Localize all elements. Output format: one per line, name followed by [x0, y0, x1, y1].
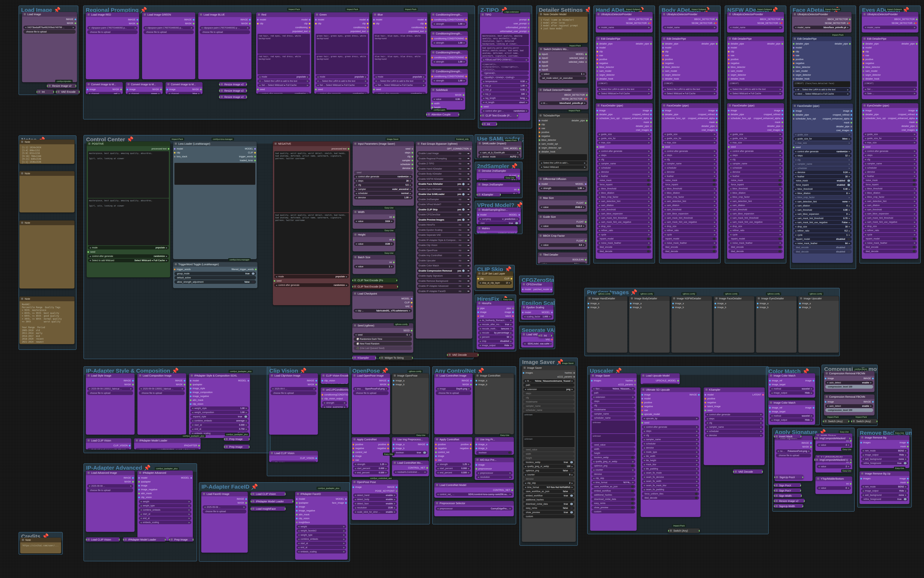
port-dot[interactable]: [588, 307, 589, 308]
node-vae-decode[interactable]: VAE Decode: [733, 469, 763, 474]
widget-clipspace-paint-1765703469392-p[interactable]: ◀clipspace-paint-1765703469392.p ...▶: [200, 26, 250, 30]
port-dot[interactable]: [793, 67, 794, 68]
node-red[interactable]: Redmodelmodelclipclipconditioningpopulat…: [256, 12, 311, 94]
port-dot[interactable]: [793, 47, 794, 49]
widget-value[interactable]: ◀value4▶: [817, 443, 851, 447]
port-dot[interactable]: [757, 303, 758, 304]
bypass-toggle-enable-regional-prompting[interactable]: Enable Regional Promptingno➡: [417, 156, 471, 161]
widget-scheduler[interactable]: ◀scheduler▶: [728, 166, 783, 170]
port-dot[interactable]: [309, 27, 310, 28]
widget-model-name[interactable]: ◀model_name▶: [597, 26, 651, 29]
widget-sam-bbox-expansion[interactable]: ◀sam_bbox_expansion0▶: [793, 212, 852, 216]
port-dot[interactable]: [393, 384, 395, 385]
widget-force-uniform-tiles[interactable]: force_uniform_tiles: [642, 492, 699, 496]
port-dot[interactable]: [634, 384, 636, 385]
port-dot[interactable]: [465, 76, 467, 77]
text-area[interactable]: blue hair, blue eyes, blue dress, white …: [373, 54, 426, 75]
node-compression-removal-fbcnn[interactable]: Compression Removal FBCNNimageIMAGE◀auto…: [824, 395, 875, 416]
node-convert-image-to-m[interactable]: Convert Image to M...imageMASK◀channelgr…: [126, 82, 163, 94]
port-dot[interactable]: [367, 31, 369, 32]
port-dot[interactable]: [573, 376, 575, 378]
widget-upscale-by[interactable]: ◀upscale_by▶: [642, 417, 699, 421]
widget-choose-file-to-upload[interactable]: choose file to upload: [87, 30, 138, 34]
widget-sam-mask-hint-use-negative[interactable]: ◀sam_mask_hint_use_negative▶: [728, 220, 783, 224]
widget-sam-threshold[interactable]: ◀sam_threshold▶: [728, 208, 783, 211]
node-edit-detailerpipe[interactable]: Edit DetailerPipedetailer_pipedetailer_p…: [661, 36, 718, 99]
widget-bbox-dilation[interactable]: ◀bbox_dilation8▶: [793, 192, 852, 195]
widget-cycle[interactable]: ◀cycle▶: [728, 233, 783, 237]
toggle-knob[interactable]: [631, 485, 634, 488]
widget-bbox-crop-factor[interactable]: ◀bbox_crop_factor▶: [863, 195, 917, 199]
node-samloader-impact[interactable]: SAMLoader (Impact)SAM_MODEL◀sam_vit_b_01…: [477, 141, 522, 158]
widget-guide-size-for[interactable]: ◀guide_size_forbbox▶: [793, 137, 852, 141]
widget-easy-remix[interactable]: easy_remix: [591, 502, 635, 505]
port-dot[interactable]: [907, 482, 909, 484]
widget-sam-mask-hint-use-negative[interactable]: ◀sam_mask_hint_use_negative▶: [863, 220, 917, 224]
port-dot[interactable]: [477, 308, 479, 309]
widget-control-after-generate[interactable]: ◀control after generate▶: [728, 149, 783, 153]
widget-time-format[interactable]: ◀time_format%Y-%m-%d-%H%M%S▶: [523, 485, 575, 489]
widget-drop-size[interactable]: ◀drop_size▶: [863, 224, 917, 228]
node-negative[interactable]: NEGATIVEprocessed textbad quality, worst…: [273, 141, 350, 305]
widget-mode-type[interactable]: ◀mode_type▶: [642, 450, 699, 454]
port-dot[interactable]: [862, 47, 864, 49]
port-dot[interactable]: [916, 110, 918, 112]
bypass-toggle-enable-face-adetailer[interactable]: Enable Face ADetaileryes➡: [417, 182, 471, 187]
widget-resolution[interactable]: ◀resolution▶: [476, 475, 513, 479]
bypass-toggle-enable-ip-adapter-style-composi[interactable]: Enable IP-Adapter Style & Composi...no➡: [417, 238, 471, 242]
node-clip-text-encode-ne[interactable]: CLIP Text Encode (Ne: [352, 284, 398, 289]
node-epsilon-scaling[interactable]: Epsilon ScalingmodelMODEL◀scaling_factor…: [521, 305, 554, 320]
widget-sampler-name[interactable]: sampler_name: [523, 404, 575, 408]
port-dot[interactable]: [257, 19, 259, 21]
toggle-knob[interactable]: [631, 465, 634, 467]
port-dot[interactable]: [851, 114, 852, 116]
port-dot[interactable]: [539, 147, 540, 149]
widget-steps[interactable]: steps: [591, 399, 635, 403]
port-dot[interactable]: [757, 307, 758, 308]
widget-quality-meta-rating[interactable]: <|quality|>, <|meta|>, <|rating|>: [481, 75, 529, 79]
widget-sam-mask-hint-threshold[interactable]: ◀sam_mask_hint_threshold▶: [663, 216, 717, 220]
node-vae-decode[interactable]: VAE Decode: [447, 352, 479, 357]
node-sign-posx[interactable]: Sign PosX: [774, 483, 801, 487]
widget-select-the-lora-to-add-to-the-text[interactable]: ◀Select the LoRA to add to the text▶: [597, 88, 651, 91]
widget-optimize-png[interactable]: optimize_pngfalse: [523, 469, 575, 472]
node-compression-removal-fbcnn[interactable]: Compression Removal FBCNNimageIMAGE◀auto…: [824, 371, 875, 392]
port-dot[interactable]: [861, 442, 862, 443]
port-dot[interactable]: [596, 67, 598, 68]
port-dot[interactable]: [257, 23, 259, 24]
node-load-openpose-image[interactable]: Load OpenPose ImageIMAGEMASK◀ima ...Open…: [352, 373, 390, 434]
port-dot[interactable]: [799, 307, 801, 308]
text-area[interactable]: [21, 226, 73, 286]
port-dot[interactable]: [596, 118, 598, 119]
node-ksampler[interactable]: KSampler: [352, 356, 376, 360]
widget-2025-09-08-135552-fabricat[interactable]: ◀2025-09-08-135552_fabricat ...▶: [139, 387, 185, 391]
widget-sam-mask-hint-threshold[interactable]: ◀sam_mask_hint_threshold0.70▶: [793, 216, 852, 220]
port-dot[interactable]: [862, 118, 864, 119]
port-dot[interactable]: [190, 403, 192, 405]
widget-feather[interactable]: ◀feather▶: [663, 174, 717, 178]
widget-steps[interactable]: ◀steps▶: [642, 429, 699, 433]
port-dot[interactable]: [705, 406, 706, 408]
widget-rem-mode[interactable]: ◀rem_modeBEN2▶: [861, 485, 908, 489]
widget-feather[interactable]: ◀feather16▶: [793, 175, 852, 179]
toggle-knob[interactable]: [713, 246, 715, 248]
port-dot[interactable]: [862, 70, 864, 72]
port-dot[interactable]: [477, 278, 479, 279]
widget-strength[interactable]: ◀strength1.00▶: [432, 79, 466, 83]
text-area[interactable]: masterpiece, best quality, amazing quali…: [481, 34, 529, 45]
toggle-knob[interactable]: [713, 238, 715, 240]
widget-control-net[interactable]: ◀control_net_ ...SDXL\control-lora-canny…: [436, 492, 513, 496]
widget-model-name[interactable]: ◀model_namebbox/face_yolov9c.pt▶: [793, 26, 850, 29]
port-dot[interactable]: [698, 394, 700, 396]
port-dot[interactable]: [907, 478, 909, 479]
node-resize-image-v2[interactable]: Resize Image v2: [219, 88, 247, 93]
node-edit-detailerpipe[interactable]: Edit DetailerPipedetailer_pipedetailer_p…: [862, 36, 918, 99]
port-dot[interactable]: [662, 74, 664, 76]
node-todetailerpipe[interactable]: ToDetailerPipemodeldetailer_pipeclipvaep…: [538, 113, 589, 171]
widget-guide-size[interactable]: ◀guide_size▶: [793, 133, 852, 136]
port-dot[interactable]: [322, 380, 323, 382]
bypass-toggle-enable-cfgzerostar[interactable]: Enable CFGZeroStarno➡: [417, 213, 471, 217]
widget-sampler-name[interactable]: ◀sampler_name▶: [705, 425, 763, 429]
widget-sam-mask-hint-threshold[interactable]: ◀sam_mask_hint_threshold▶: [597, 216, 651, 220]
widget-cfg[interactable]: ◀cfg▶: [728, 157, 783, 161]
